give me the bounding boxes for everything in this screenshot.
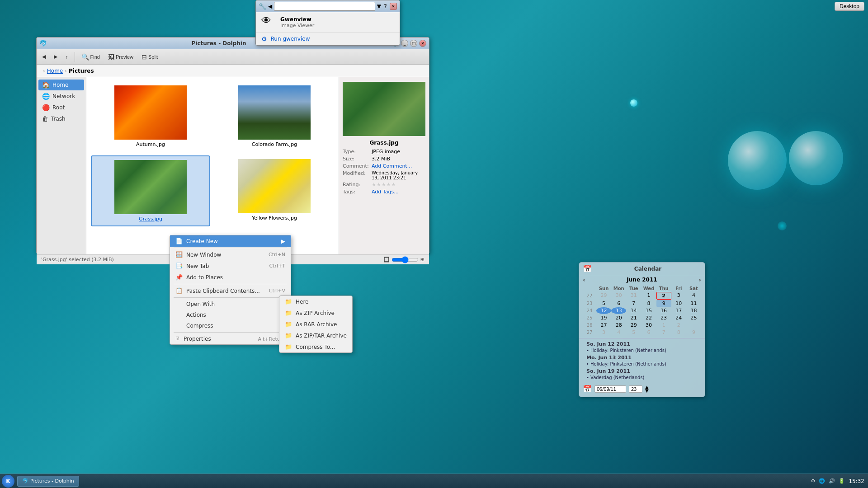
cal-day-16[interactable]: 16 — [656, 307, 671, 314]
cal-day-jul3[interactable]: 3 — [596, 329, 611, 336]
cal-day-jul7[interactable]: 7 — [656, 329, 671, 336]
submenu-as-ziptar[interactable]: 📁 As ZIP/TAR Archive — [279, 330, 352, 341]
cal-day-9[interactable]: 9 — [656, 300, 671, 307]
cal-day-28[interactable]: 28 — [611, 322, 626, 328]
submenu-compress-here[interactable]: 📁 Here — [279, 296, 352, 307]
forward-button[interactable]: ▶ — [51, 53, 60, 61]
maximize-button[interactable]: □ — [410, 40, 417, 47]
file-item-autumn[interactable]: Autumn.jpg — [91, 82, 210, 151]
volume-tray-icon[interactable]: 🔊 — [829, 478, 835, 484]
cal-day-jul5[interactable]: 5 — [626, 329, 641, 336]
find-button[interactable]: 🔍 Find — [79, 52, 103, 61]
cal-day-14[interactable]: 14 — [626, 307, 641, 314]
cal-day-8[interactable]: 8 — [641, 300, 656, 307]
start-button[interactable]: K — [2, 475, 14, 488]
calendar-date-input[interactable] — [594, 385, 626, 393]
cal-day-jul1[interactable]: 1 — [656, 322, 671, 328]
cal-day-3[interactable]: 3 — [671, 292, 686, 300]
cal-day-jul2[interactable]: 2 — [671, 322, 686, 328]
cal-day-may31[interactable]: 31 — [626, 292, 641, 300]
cal-day-29[interactable]: 29 — [626, 322, 641, 328]
submenu-compress-to[interactable]: 📁 Compress To... — [279, 341, 352, 352]
cal-day-19[interactable]: 19 — [596, 314, 611, 321]
menu-item-create-new[interactable]: 📄 Create New ▶ — [170, 235, 291, 247]
cal-day-17[interactable]: 17 — [671, 307, 686, 314]
file-item-flowers[interactable]: Yellow Flowers.jpg — [215, 155, 334, 226]
cal-day-21[interactable]: 21 — [626, 314, 641, 321]
calendar-time-spinner[interactable]: ▲▼ — [645, 385, 649, 393]
cal-day-may30[interactable]: 30 — [611, 292, 626, 300]
up-button[interactable]: ↑ — [63, 53, 71, 61]
run-gwenview-item[interactable]: ⚙ Run gwenview — [256, 33, 400, 45]
cal-day-24[interactable]: 24 — [671, 314, 686, 321]
popup-help-icon[interactable]: ? — [384, 3, 387, 9]
gwenview-app-item[interactable]: 👁 Gwenview Image Viewer — [256, 12, 400, 33]
cal-day-1[interactable]: 1 — [641, 292, 656, 300]
zoom-slider[interactable] — [392, 256, 419, 263]
preview-stars[interactable]: ★★★★★ — [372, 182, 396, 188]
file-item-colorado[interactable]: Colorado Farm.jpg — [215, 82, 334, 151]
sidebar-item-trash[interactable]: 🗑 Trash — [38, 113, 84, 124]
cal-day-27[interactable]: 27 — [596, 322, 611, 328]
cal-day-22[interactable]: 22 — [641, 314, 656, 321]
cal-day-30[interactable]: 30 — [641, 322, 656, 328]
calendar-next-month[interactable]: › — [698, 276, 701, 283]
breadcrumb-home[interactable]: Home — [47, 68, 63, 74]
popup-dropdown-icon[interactable]: ▼ — [377, 3, 381, 9]
battery-tray-icon[interactable]: 🔋 — [839, 478, 845, 484]
close-button[interactable]: ✕ — [419, 40, 426, 47]
zoom-out-icon[interactable]: 🔲 — [383, 257, 390, 263]
clock[interactable]: 15:32 — [849, 478, 864, 484]
popup-close-button[interactable]: ✕ — [390, 3, 397, 10]
popup-menu-icon[interactable]: 🔧 — [259, 3, 266, 10]
cal-day-23[interactable]: 23 — [656, 314, 671, 321]
cal-day-10[interactable]: 10 — [671, 300, 686, 307]
split-button[interactable]: ⊟ Split — [139, 52, 160, 61]
cal-day-12[interactable]: 12 — [596, 307, 611, 314]
cal-day-6[interactable]: 6 — [611, 300, 626, 307]
network-tray-icon[interactable]: 🌐 — [819, 478, 825, 484]
cal-day-20[interactable]: 20 — [611, 314, 626, 321]
preview-tags-value[interactable]: Add Tags... — [372, 189, 399, 195]
cal-day-5[interactable]: 5 — [596, 300, 611, 307]
cal-day-7[interactable]: 7 — [626, 300, 641, 307]
cal-day-11[interactable]: 11 — [686, 300, 701, 307]
menu-item-properties[interactable]: ☑ Properties Alt+Return — [170, 333, 291, 344]
menu-item-compress[interactable]: Compress ▶ — [170, 320, 291, 331]
desktop-button[interactable]: Desktop — [835, 2, 864, 11]
taskbar-dolphin-window[interactable]: 🐬 Pictures - Dolphin — [17, 476, 79, 487]
zoom-in-icon[interactable]: ⊞ — [420, 257, 425, 263]
file-item-grass[interactable]: Grass.jpg — [91, 155, 210, 226]
cal-day-2[interactable]: 2 — [656, 292, 671, 300]
submenu-as-zip[interactable]: 📁 As ZIP Archive — [279, 307, 352, 319]
preview-comment-value[interactable]: Add Comment... — [372, 163, 412, 169]
menu-item-open-with[interactable]: Open With ▶ — [170, 299, 291, 310]
cal-day-15[interactable]: 15 — [641, 307, 656, 314]
cal-day-13[interactable]: 13 — [611, 307, 626, 314]
minimize-button[interactable]: _ — [401, 40, 408, 47]
cal-day-jul6[interactable]: 6 — [641, 329, 656, 336]
cal-day-4[interactable]: 4 — [686, 292, 701, 300]
menu-item-add-to-places[interactable]: 📌 Add to Places — [170, 272, 291, 283]
menu-item-new-tab[interactable]: 📑 New Tab Ctrl+T — [170, 260, 291, 272]
sidebar-item-home[interactable]: 🏠 Home — [38, 80, 84, 90]
menu-item-new-window[interactable]: 🪟 New Window Ctrl+N — [170, 249, 291, 260]
popup-back-icon[interactable]: ◀ — [268, 3, 272, 9]
tray-settings-icon[interactable]: ⚙ — [811, 478, 816, 484]
cal-day-may29[interactable]: 29 — [596, 292, 611, 300]
back-button[interactable]: ◀ — [39, 53, 48, 61]
submenu-as-rar[interactable]: 📁 As RAR Archive — [279, 319, 352, 330]
sidebar-item-root[interactable]: 🔴 Root — [38, 102, 84, 113]
gwenview-search-input[interactable]: gwenview — [274, 2, 375, 11]
menu-item-paste[interactable]: 📋 Paste Clipboard Contents... Ctrl+V — [170, 285, 291, 296]
breadcrumb-arrow2: › — [65, 68, 67, 74]
cal-day-25[interactable]: 25 — [686, 314, 701, 321]
calendar-time-input[interactable] — [629, 385, 642, 393]
cal-day-jul4[interactable]: 4 — [611, 329, 626, 336]
sidebar-item-network[interactable]: 🌐 Network — [38, 91, 84, 102]
menu-item-actions[interactable]: Actions ▶ — [170, 310, 291, 320]
cal-day-jul8[interactable]: 8 — [671, 329, 686, 336]
preview-button[interactable]: 🖼 Preview — [105, 52, 136, 61]
cal-day-jul9[interactable]: 9 — [686, 329, 701, 336]
cal-day-18[interactable]: 18 — [686, 307, 701, 314]
